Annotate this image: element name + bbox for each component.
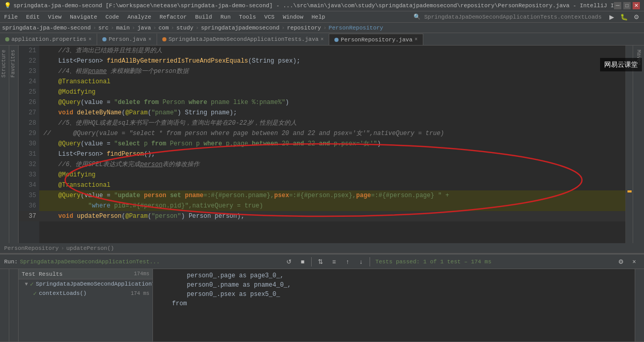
settings-button[interactable]: ⚙	[631, 11, 642, 23]
nav-file[interactable]: PersonRepository	[329, 25, 384, 31]
menu-edit[interactable]: Edit	[22, 13, 43, 21]
tab-person[interactable]: Person.java ×	[97, 34, 157, 45]
menu-window[interactable]: Window	[279, 13, 308, 21]
tab-dot	[334, 38, 339, 42]
gutter-mark-35	[627, 190, 632, 192]
nav-study[interactable]: study	[176, 25, 193, 31]
code-line-31: List<Person> findPerson();	[39, 149, 633, 159]
menu-refactor[interactable]: Refactor	[156, 13, 191, 21]
favorites-panel-toggle[interactable]: Favorites	[9, 46, 18, 82]
export-button[interactable]: ↓	[355, 256, 366, 267]
run-config-button[interactable]: ▶	[606, 11, 617, 23]
tab-application-properties[interactable]: application.properties ×	[0, 34, 97, 45]
test-results-panel: Test Results 174ms ▼ ✓ SpringdataJpaDemo…	[19, 269, 153, 341]
output-line-4: from	[157, 299, 631, 308]
menu-help[interactable]: Help	[308, 13, 329, 21]
settings-bottom-button[interactable]: ⚙	[615, 256, 626, 267]
menu-file[interactable]: File	[0, 13, 22, 21]
import-button[interactable]: ↑	[342, 256, 353, 267]
line-num-36: 36	[19, 201, 39, 211]
title-bar: 💡 springdata-jpa-demo-second [F:\workspa…	[0, 0, 644, 11]
right-gutter	[625, 46, 633, 243]
rerun-button[interactable]: ↺	[283, 256, 295, 267]
check-icon-2: ✓	[33, 290, 37, 298]
menu-build[interactable]: Build	[191, 13, 216, 21]
tab-dot	[162, 37, 166, 41]
tab-dot	[5, 37, 9, 41]
menu-run[interactable]: Run	[216, 13, 235, 21]
bottom-toolbar: Run: SpringdataJpaDemoSecondApplicationT…	[0, 255, 644, 269]
code-line-24: @Transactional	[39, 77, 633, 87]
nav-pkg[interactable]: springdatajpademosecond	[201, 25, 280, 31]
run-label: Run:	[4, 259, 18, 265]
code-line-29: // @Query(value = "select * from person …	[39, 128, 633, 139]
maximize-button[interactable]: □	[623, 2, 631, 9]
bottom-left-sidebar-1	[0, 269, 9, 341]
nav-java[interactable]: java	[137, 25, 151, 31]
close-button[interactable]: ✕	[633, 2, 640, 9]
debug-button[interactable]: 🐛	[618, 11, 630, 23]
search-bar[interactable]: 🔍 SpringdataJpaDemoSecondApplicationTest…	[413, 13, 606, 20]
breadcrumb-part-1: PersonRepository	[4, 245, 59, 251]
menu-code[interactable]: Code	[101, 13, 123, 21]
code-line-23: //4、根据pname 来模糊删除一个person数据	[39, 66, 633, 77]
toolbar-sep	[311, 257, 312, 266]
minimize-button[interactable]: ─	[614, 2, 621, 9]
line-num-21: 21	[19, 46, 39, 56]
sort-button[interactable]: ⇅	[315, 256, 326, 267]
code-line-28: //5、使用HQL或者是sql来书写一个查询语句，查询出年龄在20-22岁，性别…	[39, 118, 633, 128]
tab-close-3[interactable]: ×	[415, 37, 418, 42]
tab-app-tests[interactable]: SpringdataJpaDemoSecondApplicationTests.…	[157, 34, 329, 45]
structure-panel-toggle[interactable]: Structure	[0, 46, 9, 82]
tab-bar: application.properties × Person.java × S…	[0, 33, 644, 46]
tests-passed: Tests passed: 1 of 1 test – 174 ms	[375, 259, 491, 265]
test-suite-item[interactable]: ▼ ✓ SpringdataJpaDemoSecondApplicationTe…	[19, 279, 152, 289]
menu-view[interactable]: View	[44, 13, 66, 21]
nav-com[interactable]: com	[159, 25, 169, 31]
code-line-25: @Modifying	[39, 87, 633, 97]
main-area: Structure Favorites 21 22 23 24 25 26 27…	[0, 46, 644, 243]
line-numbers: 21 22 23 24 25 26 27 28 29 30 31 32 33 3…	[19, 46, 39, 243]
line-num-24: 24	[19, 77, 39, 87]
menu-vcs[interactable]: VCS	[260, 13, 279, 21]
tab-close-2[interactable]: ×	[320, 37, 324, 42]
window-controls: ─ □ ✕	[614, 2, 640, 9]
code-line-37: void updatePerson(@Param("person") Perso…	[39, 211, 633, 221]
menu-tools[interactable]: Tools	[235, 13, 260, 21]
filter-button[interactable]: ≡	[328, 256, 340, 267]
run-target: SpringdataJpaDemoSecondApplicationTest..…	[20, 259, 160, 265]
stop-button[interactable]: ■	[297, 256, 308, 267]
nav-main[interactable]: main	[116, 25, 130, 31]
line-num-23: 23	[19, 66, 39, 77]
menu-analyze[interactable]: Analyze	[123, 13, 155, 21]
bottom-panel: Run: SpringdataJpaDemoSecondApplicationT…	[0, 254, 644, 341]
expand-icon: ▼	[25, 281, 28, 287]
line-num-32: 32	[19, 159, 39, 170]
menu-navigate[interactable]: Navigate	[66, 13, 101, 21]
breadcrumb-bar: PersonRepository › updatePerson()	[0, 243, 644, 254]
code-line-26: @Query(value = "delete from Person where…	[39, 97, 633, 108]
test-case-item[interactable]: ✓ contextLoads() 174 ms	[19, 289, 152, 298]
code-line-22: List<Person> findAllByGetmerriedIsTrueAn…	[39, 56, 633, 66]
nav-repository[interactable]: repository	[287, 25, 321, 31]
output-line-1: person0_.page as page3_0_,	[157, 271, 631, 280]
bottom-content: Test Results 174ms ▼ ✓ SpringdataJpaDemo…	[0, 269, 644, 341]
line-num-31: 31	[19, 149, 39, 159]
tab-close-1[interactable]: ×	[148, 37, 151, 42]
line-num-37: 37	[19, 211, 39, 221]
tab-person-repository[interactable]: PersonRepository.java ×	[329, 34, 423, 45]
nav-bar: springdata-jpa-demo-second › src › main …	[0, 23, 644, 33]
line-num-26: 26	[19, 97, 39, 108]
test-results-label: Test Results	[22, 271, 63, 277]
nav-project[interactable]: springdata-jpa-demo-second	[2, 25, 91, 31]
line-num-30: 30	[19, 139, 39, 149]
close-bottom-button[interactable]: ×	[628, 256, 640, 267]
left-sidebar-structure: Structure	[0, 46, 9, 243]
test-results-header: Test Results 174ms	[19, 269, 152, 279]
code-line-27: void deleteByName(@Param("pname") String…	[39, 108, 633, 118]
app-icon: 💡	[4, 2, 11, 9]
nav-src[interactable]: src	[98, 25, 109, 31]
tab-close-0[interactable]: ×	[88, 37, 91, 42]
code-line-30: @Query(value = "select p from Person p w…	[39, 139, 633, 149]
code-content[interactable]: //3、查询出已结婚并且性别是男的人 List<Person> findAllB…	[39, 46, 633, 243]
